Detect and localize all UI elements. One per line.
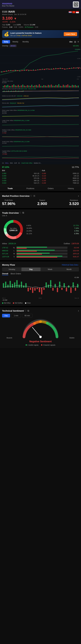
mpo-arrow-icon[interactable]: ›	[78, 194, 79, 198]
bid-row-3[interactable]: 3.02039K (6)	[2, 180, 39, 182]
chart-grid-icon[interactable]: ⊞	[74, 40, 76, 43]
svg-rect-70	[51, 84, 52, 88]
promo-banner[interactable]: 💰 Learn powerful transfer-in feature Win…	[2, 30, 79, 38]
ts-tab-1min[interactable]: 1 min	[11, 314, 21, 318]
market-time: Dec 16 16:54:38	[14, 14, 26, 15]
svg-rect-49	[19, 86, 20, 88]
historical-data-link[interactable]: Historical Data Data ›	[62, 264, 79, 266]
svg-rect-141	[34, 288, 36, 291]
timeframe-15m[interactable]: 15m	[69, 41, 73, 43]
svg-rect-87	[76, 86, 77, 88]
flag-sg	[76, 11, 79, 13]
svg-rect-33	[69, 68, 70, 69]
svg-rect-129	[7, 285, 9, 288]
mf-type-block[interactable]: Block Orders	[11, 273, 21, 275]
svg-rect-25	[51, 68, 52, 70]
y-label-3: 3,286	[77, 67, 80, 68]
overlay-tag[interactable]: AVGO	[10, 44, 17, 47]
market-status: Market Closed	[2, 14, 13, 15]
mf-tab-month[interactable]: Month	[59, 268, 78, 271]
profit-label: Profit Ratio	[2, 199, 15, 201]
svg-rect-5	[6, 70, 7, 72]
svg-rect-21	[42, 69, 43, 70]
svg-rect-152	[59, 282, 60, 288]
svg-rect-78	[63, 85, 64, 88]
svg-rect-157	[70, 288, 71, 293]
svg-rect-145	[43, 288, 45, 290]
svg-rect-74	[57, 85, 58, 88]
learn-now-button[interactable]: Learn Now	[64, 32, 77, 36]
svg-rect-153	[61, 288, 62, 290]
mf-legend: Net Inflow Net Outflow Close	[2, 302, 79, 304]
svg-rect-9	[15, 70, 16, 71]
tab-weekly[interactable]: Weekly	[11, 40, 20, 44]
svg-rect-43	[10, 86, 11, 88]
mf-tab-day[interactable]: Day	[22, 268, 41, 271]
nav-tabs: Trade Positions Orders History	[0, 186, 81, 191]
futures-change: 0.00	[14, 26, 17, 28]
tab-orders[interactable]: Orders	[41, 186, 61, 190]
legend-net-outflow: Net Outflow	[15, 302, 23, 304]
resistance-val: 3.520	[69, 202, 79, 206]
bid-row-2[interactable]: 3.03057K (6)	[2, 177, 39, 180]
premium-val: 0.50	[35, 26, 38, 28]
mf-tab-week[interactable]: Week	[41, 268, 59, 271]
tab-positions[interactable]: Positions	[20, 186, 41, 190]
svg-rect-17	[33, 70, 34, 70]
tab-trade[interactable]: Trade	[0, 186, 20, 190]
svg-rect-135	[21, 282, 22, 288]
svg-rect-75	[58, 84, 59, 88]
macd-section: MACD(2,0.26,0.9,0) DIF:0.039 DEA:0.010 M…	[0, 88, 81, 95]
svg-rect-46	[15, 86, 16, 88]
signal-legend: 1 bullish signal, 2 bearish signals	[2, 344, 79, 346]
rsi-section: RSI:61.359 RSI(24):87 RSI:55.710	[0, 102, 81, 109]
svg-rect-6	[8, 70, 9, 71]
overlay-label: Overlay	[2, 45, 8, 47]
ts-tab-day[interactable]: Day	[2, 314, 10, 318]
ask-row-3[interactable]: 3.1309500 (2)	[42, 180, 79, 182]
tab-history[interactable]: History	[61, 186, 81, 190]
bid-row-0[interactable]: 3.05041K (4)	[2, 172, 39, 174]
mf-title: Money Flow	[2, 264, 15, 266]
ts-title: Technical Sentiment	[2, 310, 24, 312]
to-copy-icon[interactable]: ⧉	[22, 212, 24, 214]
flow-row-l: 6806.60 L 1614.94	[2, 249, 79, 252]
svg-rect-50	[21, 85, 22, 88]
bid-row-4[interactable]: 3.01051K (7)	[2, 182, 39, 184]
ask-row-4[interactable]: 3.1407000 (2)	[42, 182, 79, 184]
tab-monthly[interactable]: Monthly	[21, 40, 31, 44]
mpo-info-icon: ⓘ	[30, 195, 32, 197]
svg-rect-76	[60, 86, 61, 88]
svg-rect-26	[53, 68, 54, 69]
ts-share-icon[interactable]: ⧉	[27, 310, 29, 312]
svg-rect-51	[22, 84, 23, 88]
donut-chart: Net Inflow 12660.15	[2, 218, 25, 241]
svg-rect-154	[64, 283, 65, 288]
svg-rect-159	[75, 288, 76, 291]
svg-rect-63	[40, 86, 41, 88]
chart-list-icon[interactable]: ≡	[77, 40, 79, 43]
ts-tab-60min[interactable]: 60 min	[22, 314, 33, 318]
ask-row-0[interactable]: 3.1006000 (2)	[42, 172, 79, 174]
banner-headline: Learn powerful transfer-in feature	[10, 32, 42, 34]
bid-row-1[interactable]: 3.04048.1K (7)	[2, 174, 39, 177]
svg-rect-42	[9, 86, 10, 88]
at-premium: At Premium	[25, 26, 33, 28]
svg-rect-7	[11, 70, 11, 71]
tab-daily[interactable]: Daily	[2, 40, 10, 44]
mf-tab-intraday[interactable]: Intraday	[3, 268, 22, 271]
ask-row-1[interactable]: 3.11011K (2)	[42, 174, 79, 177]
svg-rect-148	[50, 280, 51, 288]
svg-rect-34	[71, 68, 72, 68]
net-inflow-val: 12660.15	[9, 229, 17, 232]
ask-row-2[interactable]: 3.1208000 (2)	[42, 177, 79, 180]
svg-rect-18	[35, 70, 36, 70]
svg-rect-66	[45, 86, 46, 88]
svg-rect-83	[70, 86, 71, 88]
mf-type-overall[interactable]: Overall	[2, 273, 8, 275]
ts-arrow-icon[interactable]: ›	[78, 309, 79, 312]
svg-rect-54	[27, 85, 28, 88]
net-inflow-label: Net Inflow	[9, 228, 17, 229]
mpo-badge: 0	[33, 195, 36, 197]
macd-dea: DEA:0.010	[21, 88, 27, 90]
